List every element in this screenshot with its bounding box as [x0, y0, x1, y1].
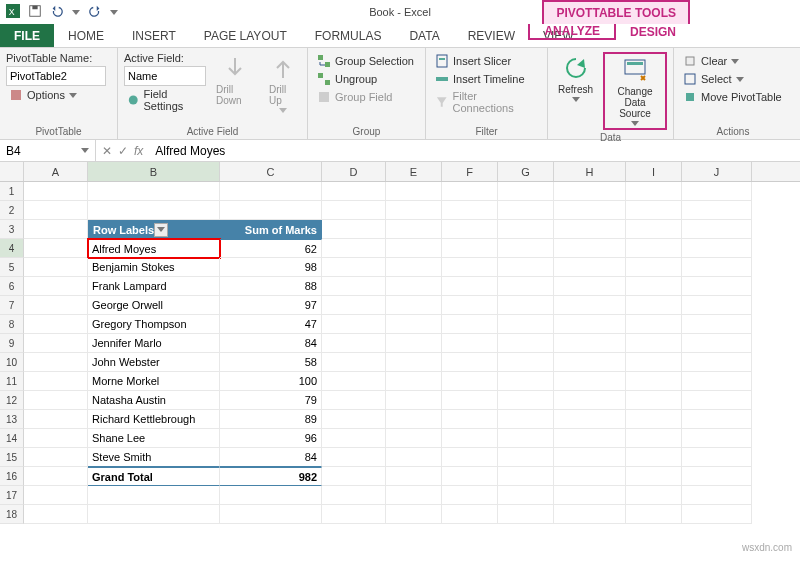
cell[interactable]	[498, 410, 554, 429]
cell[interactable]	[554, 448, 626, 467]
cell[interactable]	[554, 201, 626, 220]
cell[interactable]	[554, 486, 626, 505]
cell[interactable]: Alfred Moyes	[88, 239, 220, 258]
cell[interactable]	[386, 277, 442, 296]
row-header[interactable]: 8	[0, 315, 24, 334]
cell[interactable]	[554, 410, 626, 429]
cell[interactable]	[554, 353, 626, 372]
cell[interactable]	[386, 372, 442, 391]
cell[interactable]	[626, 258, 682, 277]
cell[interactable]: 97	[220, 296, 322, 315]
cell[interactable]: 89	[220, 410, 322, 429]
cell[interactable]: Sum of Marks	[220, 220, 322, 239]
move-pivottable-button[interactable]: Move PivotTable	[680, 88, 786, 106]
cell[interactable]	[24, 467, 88, 486]
cell[interactable]	[24, 505, 88, 524]
cell[interactable]	[24, 258, 88, 277]
cell[interactable]	[88, 201, 220, 220]
cell[interactable]	[682, 448, 752, 467]
cell[interactable]: Frank Lampard	[88, 277, 220, 296]
cell[interactable]	[498, 296, 554, 315]
cell[interactable]	[322, 505, 386, 524]
cell[interactable]	[682, 410, 752, 429]
cell[interactable]: 47	[220, 315, 322, 334]
cell[interactable]	[322, 486, 386, 505]
column-header[interactable]: E	[386, 162, 442, 181]
ungroup-button[interactable]: Ungroup	[314, 70, 419, 88]
cell[interactable]	[386, 315, 442, 334]
cell[interactable]	[498, 372, 554, 391]
cell[interactable]	[386, 486, 442, 505]
cell[interactable]	[682, 277, 752, 296]
cell[interactable]	[386, 296, 442, 315]
cell[interactable]	[322, 315, 386, 334]
row-header[interactable]: 1	[0, 182, 24, 201]
row-header[interactable]: 12	[0, 391, 24, 410]
cell[interactable]	[626, 429, 682, 448]
cell[interactable]	[442, 201, 498, 220]
cell[interactable]	[554, 239, 626, 258]
field-settings-button[interactable]: Field Settings	[124, 86, 206, 114]
formula-input[interactable]: Alfred Moyes	[149, 140, 800, 161]
column-header[interactable]: F	[442, 162, 498, 181]
cell[interactable]: Row Labels	[88, 220, 220, 239]
cell[interactable]	[554, 429, 626, 448]
cell[interactable]	[220, 201, 322, 220]
cell[interactable]	[442, 353, 498, 372]
undo-dropdown-icon[interactable]	[72, 10, 80, 15]
cell[interactable]	[442, 372, 498, 391]
tab-data[interactable]: DATA	[395, 24, 453, 47]
column-header[interactable]: J	[682, 162, 752, 181]
cell[interactable]	[24, 334, 88, 353]
cell[interactable]	[626, 220, 682, 239]
cell[interactable]	[498, 277, 554, 296]
cell[interactable]: 62	[220, 239, 322, 258]
row-header[interactable]: 14	[0, 429, 24, 448]
cell[interactable]: 58	[220, 353, 322, 372]
cell[interactable]	[322, 296, 386, 315]
column-header[interactable]: D	[322, 162, 386, 181]
cell[interactable]	[498, 486, 554, 505]
cell[interactable]: Natasha Austin	[88, 391, 220, 410]
cell[interactable]	[442, 334, 498, 353]
cell[interactable]	[386, 410, 442, 429]
cell[interactable]	[682, 315, 752, 334]
cell[interactable]	[88, 505, 220, 524]
row-header[interactable]: 9	[0, 334, 24, 353]
cell[interactable]	[682, 429, 752, 448]
cell[interactable]	[88, 486, 220, 505]
filter-dropdown-icon[interactable]	[154, 223, 168, 237]
cell[interactable]	[498, 239, 554, 258]
row-header[interactable]: 4	[0, 239, 24, 258]
pivottable-name-input[interactable]	[6, 66, 106, 86]
cell[interactable]	[442, 429, 498, 448]
cell[interactable]	[554, 296, 626, 315]
cell[interactable]	[554, 258, 626, 277]
cell[interactable]	[322, 372, 386, 391]
cell[interactable]	[24, 220, 88, 239]
insert-slicer-button[interactable]: Insert Slicer	[432, 52, 541, 70]
cell[interactable]	[24, 391, 88, 410]
cell[interactable]	[626, 372, 682, 391]
tab-file[interactable]: FILE	[0, 24, 54, 47]
cell[interactable]	[682, 505, 752, 524]
cell[interactable]: Benjamin Stokes	[88, 258, 220, 277]
cell[interactable]	[498, 201, 554, 220]
cell[interactable]	[626, 486, 682, 505]
cell[interactable]	[626, 315, 682, 334]
insert-timeline-button[interactable]: Insert Timeline	[432, 70, 541, 88]
cell[interactable]	[24, 277, 88, 296]
cell[interactable]	[682, 296, 752, 315]
cell[interactable]: Morne Morkel	[88, 372, 220, 391]
cell[interactable]	[386, 353, 442, 372]
cell[interactable]	[554, 182, 626, 201]
filter-connections-button[interactable]: Filter Connections	[432, 88, 541, 116]
cell[interactable]	[682, 220, 752, 239]
row-header[interactable]: 3	[0, 220, 24, 239]
row-header[interactable]: 15	[0, 448, 24, 467]
clear-button[interactable]: Clear	[680, 52, 786, 70]
cell[interactable]	[554, 277, 626, 296]
cell[interactable]	[626, 239, 682, 258]
cell[interactable]	[554, 505, 626, 524]
row-header[interactable]: 5	[0, 258, 24, 277]
